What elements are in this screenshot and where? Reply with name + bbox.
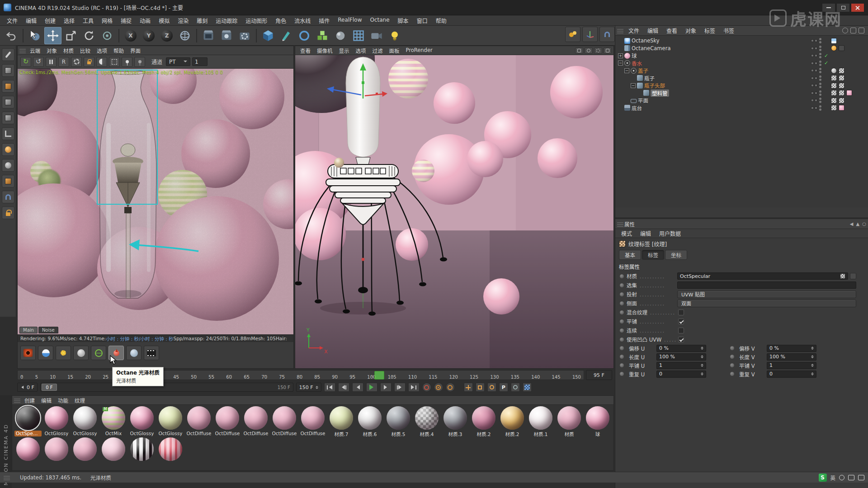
frame-range-slider[interactable]: 0 F 150 F <box>40 383 293 392</box>
scale-tool-button[interactable] <box>62 27 80 44</box>
object-name[interactable]: 球 <box>632 52 637 59</box>
material-item[interactable]: OctDiffuse <box>270 406 298 436</box>
coordinate-system-button[interactable] <box>176 27 193 44</box>
layer-toggle[interactable] <box>811 39 814 42</box>
object-tree-row[interactable]: 平面 <box>615 97 868 104</box>
live-selection-button[interactable] <box>26 27 43 44</box>
checker-tag-icon[interactable] <box>839 83 844 89</box>
octane-wireframe-button[interactable] <box>91 346 106 360</box>
octane-pin-alt-button[interactable] <box>134 57 145 67</box>
material-item[interactable] <box>156 437 184 468</box>
octane-menu-item-5[interactable]: 帮助 <box>110 47 127 55</box>
menubar-item-4[interactable]: 工具 <box>79 16 98 25</box>
render-to-picture-viewer-button[interactable] <box>218 27 235 44</box>
zoom-view-icon[interactable] <box>585 47 593 54</box>
om-menu-item-5[interactable]: 书签 <box>719 26 738 35</box>
attr-tab-标签[interactable]: 标签 <box>642 250 664 260</box>
menubar-item-11[interactable]: 运动跟踪 <box>212 16 241 25</box>
viewport-menu-item-4[interactable]: 过滤 <box>369 47 386 55</box>
om-menu-item-3[interactable]: 对象 <box>681 26 700 35</box>
menubar-item-14[interactable]: 流水线 <box>290 16 315 25</box>
octane-region-render-button[interactable]: R <box>58 57 69 67</box>
checker-tag-icon[interactable] <box>831 105 837 111</box>
tree-expand-icon[interactable]: − <box>631 83 636 88</box>
spinner-icon[interactable] <box>811 354 814 360</box>
viewport-menu-item-1[interactable]: 摄像机 <box>314 47 336 55</box>
spinner-icon[interactable] <box>701 354 703 360</box>
layer-toggle[interactable] <box>811 99 814 102</box>
octane-lock-resolution-button[interactable] <box>84 57 94 67</box>
checker-tag-icon[interactable] <box>839 90 844 96</box>
visibility-dots[interactable] <box>819 75 821 81</box>
keyframe-grid-button[interactable] <box>523 383 532 392</box>
menubar-item-17[interactable]: Octane <box>366 16 394 25</box>
materials-menu-item-2[interactable]: 功能 <box>55 396 71 404</box>
material-item[interactable]: OctDiffuse <box>242 406 270 436</box>
camera-button[interactable] <box>368 27 385 44</box>
orange-tag-icon[interactable] <box>831 45 837 51</box>
viewport-menu-item-2[interactable]: 显示 <box>336 47 353 55</box>
samples-field[interactable]: 1 <box>192 57 208 66</box>
attr-tab-基本[interactable]: 基本 <box>619 250 641 260</box>
paint-bucket-icon[interactable] <box>2 175 14 188</box>
layer-toggle[interactable] <box>811 47 814 50</box>
visibility-dots[interactable] <box>819 46 821 51</box>
uv-value-field[interactable]: 0 % <box>767 345 816 352</box>
lock-z-axis-button[interactable]: Z <box>158 27 175 44</box>
spinner-icon[interactable] <box>316 385 318 390</box>
polygons-mode-icon[interactable] <box>2 127 14 140</box>
tree-expand-icon[interactable]: + <box>618 53 623 58</box>
menubar-item-16[interactable]: RealFlow <box>334 16 366 25</box>
range-slider-handle[interactable]: 0 F <box>42 384 57 391</box>
octane-menu-item-2[interactable]: 材质 <box>60 47 77 55</box>
octane-material-picker-button[interactable] <box>96 57 107 67</box>
material-item[interactable] <box>14 437 42 468</box>
snap-icon[interactable] <box>2 191 14 203</box>
add-cube-object-button[interactable] <box>259 27 277 44</box>
spinner-icon[interactable] <box>701 345 703 351</box>
channel-dropdown[interactable]: PT <box>166 57 190 66</box>
object-tree-row[interactable]: 底台 <box>615 104 868 112</box>
checker-tag-icon[interactable] <box>831 98 837 103</box>
object-name[interactable]: 塑料管 <box>651 89 669 97</box>
pan-view-icon[interactable] <box>575 47 583 54</box>
move-tool-button[interactable] <box>44 27 61 44</box>
layer-toggle[interactable] <box>811 62 814 65</box>
menubar-item-1[interactable]: 编辑 <box>22 16 41 25</box>
material-item[interactable]: 材质.4 <box>413 406 441 436</box>
goto-end-button[interactable] <box>408 383 420 392</box>
material-item[interactable]: 材质.1 <box>527 406 555 436</box>
layer-toggle[interactable] <box>815 77 817 80</box>
attr-menu-item-0[interactable]: 模式 <box>617 229 636 238</box>
object-name[interactable]: OctaneCamera <box>632 45 670 52</box>
checker-tag-icon[interactable] <box>839 68 844 74</box>
octane-environment-button[interactable] <box>38 346 53 360</box>
checker-tag-icon[interactable] <box>831 75 837 81</box>
last-tool-button[interactable] <box>99 27 116 44</box>
menubar-item-6[interactable]: 捕捉 <box>117 16 136 25</box>
menubar-item-13[interactable]: 角色 <box>271 16 290 25</box>
sogou-icon[interactable]: S <box>819 474 827 482</box>
octane-pause-button[interactable] <box>46 57 57 67</box>
object-tree-row[interactable]: 塑料管 <box>615 89 868 97</box>
object-tree-row[interactable]: +球✓ <box>615 52 868 60</box>
rotate-tool-button[interactable] <box>80 27 98 44</box>
checker-tag-icon[interactable] <box>839 98 844 103</box>
octane-render-view[interactable]: Check:1ms./2ms. MeshGen:56mL. Update:1.6… <box>18 69 293 334</box>
keyboard-icon[interactable] <box>848 475 854 480</box>
lock-icon[interactable] <box>2 206 14 219</box>
viewport-menu-item-5[interactable]: 面板 <box>386 47 403 55</box>
play-button[interactable] <box>366 383 377 392</box>
uv-value-field[interactable]: 100 % <box>656 353 706 361</box>
next-key-button[interactable] <box>394 383 406 392</box>
material-item[interactable]: 材质 <box>555 406 583 436</box>
timeline-ruler[interactable]: 0510152025303540455055606570758085909510… <box>17 370 584 380</box>
layer-toggle[interactable] <box>811 92 814 94</box>
uv-value-field[interactable]: 0 <box>767 371 816 378</box>
object-name[interactable]: 底台 <box>632 104 642 112</box>
menubar-item-8[interactable]: 模拟 <box>155 16 174 25</box>
record-position-button[interactable] <box>464 383 473 392</box>
menubar-item-12[interactable]: 运动图形 <box>241 16 271 25</box>
record-pla-button[interactable] <box>511 383 520 392</box>
edges-mode-icon[interactable] <box>2 112 14 124</box>
